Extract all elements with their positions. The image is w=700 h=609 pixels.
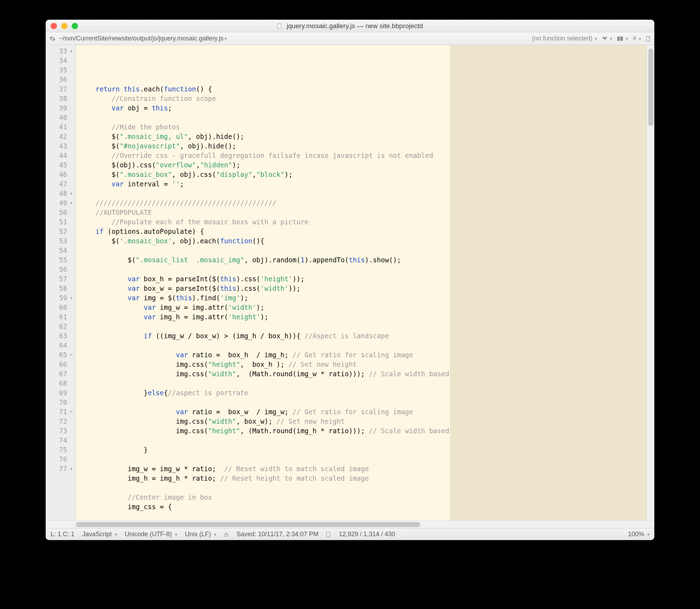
code-line[interactable]: return this.each(function() { [79, 84, 651, 94]
code-line[interactable] [79, 398, 651, 407]
code-line[interactable] [79, 341, 651, 350]
code-line[interactable] [79, 436, 651, 445]
code-line[interactable] [79, 189, 651, 198]
fold-toggle-icon[interactable]: ▾ [69, 293, 74, 303]
line-number[interactable]: 41 [46, 122, 76, 132]
line-number[interactable]: 58 [46, 284, 76, 293]
code-line[interactable] [79, 322, 651, 331]
horizontal-scrollbar[interactable] [46, 520, 654, 528]
line-number[interactable]: 51 [46, 217, 76, 227]
code-line[interactable]: }else{//aspect is portrate [79, 388, 651, 398]
marker-popup[interactable]: ▾ [602, 36, 612, 41]
code-line[interactable] [79, 113, 651, 122]
code-line[interactable]: $("#nojavascript", obj).hide(); [79, 141, 651, 151]
lineending-popup[interactable]: Unix (LF)▾ [185, 531, 216, 538]
vertical-scroll-thumb[interactable] [648, 49, 653, 126]
code-line[interactable]: var ratio = box_w / img_w; // Get ratio … [79, 407, 651, 417]
line-number[interactable]: 77▾ [46, 464, 76, 474]
code-line[interactable] [79, 246, 651, 255]
line-number[interactable]: 37 [46, 84, 76, 94]
code-line[interactable] [79, 265, 651, 274]
code-line[interactable]: if ((img_w / box_w) > (img_h / box_h)){ … [79, 331, 651, 341]
line-number[interactable]: 76 [46, 455, 76, 464]
fold-toggle-icon[interactable]: ▾ [69, 189, 74, 198]
line-number[interactable]: 40 [46, 113, 76, 122]
line-number[interactable]: 59▾ [46, 293, 76, 303]
code-line[interactable]: img_h = img_h * ratio; // Reset height t… [79, 474, 651, 483]
line-number[interactable]: 73 [46, 426, 76, 436]
line-number[interactable]: 46 [46, 170, 76, 179]
code-line[interactable] [79, 455, 651, 464]
language-popup[interactable]: JavaScript▾ [82, 531, 117, 538]
document-stats[interactable]: 12,929 / 1,314 / 430 [339, 531, 395, 538]
vertical-scrollbar[interactable] [647, 45, 654, 520]
line-number[interactable]: 44 [46, 151, 76, 160]
line-number[interactable]: 53 [46, 236, 76, 246]
line-number[interactable]: 62 [46, 322, 76, 331]
gear-icon[interactable] [49, 36, 56, 42]
code-line[interactable]: var box_h = parseInt($(this).css('height… [79, 274, 651, 284]
line-number[interactable]: 63 [46, 331, 76, 341]
code-line[interactable]: var img_w = img.attr('width'); [79, 303, 651, 312]
line-number[interactable]: 71⌐ [46, 407, 76, 417]
fold-toggle-icon[interactable]: ▾ [69, 464, 74, 474]
line-number[interactable]: 72 [46, 417, 76, 426]
code-line[interactable]: var box_w = parseInt($(this).css('width'… [79, 284, 651, 293]
line-number[interactable]: 68 [46, 379, 76, 388]
code-line[interactable] [79, 379, 651, 388]
line-number[interactable]: 35 [46, 65, 76, 75]
line-number[interactable]: 56 [46, 265, 76, 274]
line-number[interactable]: 70 [46, 398, 76, 407]
line-number[interactable]: 66 [46, 360, 76, 369]
code-line[interactable]: var ratio = box_h / img_h; // Get ratio … [79, 350, 651, 360]
line-number[interactable]: 49▾ [46, 198, 76, 208]
code-line[interactable]: var obj = this; [79, 103, 651, 113]
line-number[interactable]: 69 [46, 388, 76, 398]
line-gutter[interactable]: 33▾343536373839404142434445464748▾49▾505… [46, 45, 76, 520]
line-number[interactable]: 57 [46, 274, 76, 284]
line-number[interactable]: 52 [46, 227, 76, 236]
line-number[interactable]: 64 [46, 341, 76, 350]
line-number[interactable]: 39 [46, 103, 76, 113]
line-number[interactable]: 65⌐ [46, 350, 76, 360]
includes-popup[interactable]: #▾ [633, 35, 641, 42]
line-number[interactable]: 36 [46, 75, 76, 84]
line-number[interactable]: 45 [46, 160, 76, 170]
code-line[interactable]: } [79, 445, 651, 455]
code-line[interactable]: $(obj).css("overflow","hidden"); [79, 160, 651, 170]
counterpart-popup[interactable]: ▾ [617, 36, 628, 41]
code-view[interactable]: return this.each(function() { //Constrai… [76, 45, 654, 520]
lock-icon[interactable] [224, 532, 229, 537]
code-line[interactable]: if (options.autoPopulate) { [79, 227, 651, 236]
line-number[interactable]: 33▾ [46, 46, 76, 56]
code-line[interactable]: img_w = img_w * ratio; // Reset width to… [79, 464, 651, 474]
encoding-popup[interactable]: Unicode (UTF-8)▾ [125, 531, 177, 538]
code-line[interactable]: $(".mosaic_list .mosaic_img", obj).rando… [79, 255, 651, 265]
code-line[interactable]: img.css("height", box_h ); // Set new he… [79, 360, 651, 369]
code-line[interactable]: $(".mosaic_img, ul", obj).hide(); [79, 132, 651, 141]
code-line[interactable]: var img_h = img.attr('height'); [79, 312, 651, 322]
line-number[interactable]: 50 [46, 208, 76, 217]
code-line[interactable]: img.css("height", (Math.round(img_h * ra… [79, 426, 651, 436]
code-line[interactable]: //Override css - gracefull degregation f… [79, 151, 651, 160]
line-number[interactable]: 47 [46, 179, 76, 189]
code-line[interactable]: $('.mosaic_box', obj).each(function(){ [79, 236, 651, 246]
horizontal-scroll-thumb[interactable] [76, 522, 420, 527]
line-number[interactable]: 75 [46, 445, 76, 455]
code-line[interactable]: //Hide the photos [79, 122, 651, 132]
zoom-popup[interactable]: 100%▾ [628, 531, 649, 538]
code-line[interactable]: img.css("width", (Math.round(img_w * rat… [79, 369, 651, 379]
line-number[interactable]: 61 [46, 312, 76, 322]
line-number[interactable]: 67 [46, 369, 76, 379]
code-line[interactable] [79, 483, 651, 493]
minimize-icon[interactable] [61, 23, 67, 29]
path-dropdown-icon[interactable]: ▾ [225, 36, 227, 41]
code-line[interactable]: ////////////////////////////////////////… [79, 198, 651, 208]
line-number[interactable]: 60 [46, 303, 76, 312]
file-path[interactable]: ~/svn/CurrentSite/newsite/output/js/jque… [59, 35, 223, 42]
code-line[interactable]: //Center image in box [79, 493, 651, 502]
fold-toggle-icon[interactable]: ▾ [69, 46, 74, 56]
code-line[interactable]: //AUTOPOPULATE [79, 208, 651, 217]
code-line[interactable]: $(".mosaic_box", obj).css("display","blo… [79, 170, 651, 179]
line-number[interactable]: 38 [46, 94, 76, 103]
